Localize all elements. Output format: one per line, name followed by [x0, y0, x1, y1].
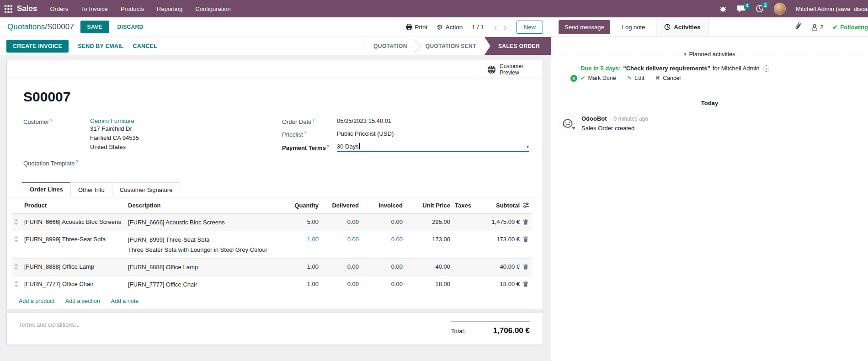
cell-quantity[interactable]: 1.00 [288, 276, 319, 292]
cell-product[interactable]: [FURN_7777] Office Chair [24, 276, 128, 292]
cell-product[interactable]: [FURN_8999] Three-Seat Sofa [24, 231, 128, 247]
cell-unit-price[interactable]: 295.00 [403, 214, 450, 230]
activity-clock-icon[interactable]: 2 [756, 5, 764, 13]
cell-taxes[interactable] [450, 231, 478, 240]
breadcrumb-parent[interactable]: Quotations [7, 22, 45, 32]
table-row[interactable]: [FURN_8888] Office Lamp[FURN_8888] Offic… [12, 259, 532, 276]
customer-preview-button[interactable]: Customer Preview [475, 60, 543, 79]
statusbar-step[interactable]: QUOTATION SENT [420, 43, 482, 49]
cell-delivered[interactable]: 0.00 [319, 276, 359, 292]
table-row[interactable]: [FURN_7777] Office Chair[FURN_7777] Offi… [12, 276, 532, 293]
apps-grid-icon[interactable] [5, 5, 12, 13]
cell-quantity[interactable]: 5.00 [288, 214, 319, 230]
column-header-product[interactable]: Product [24, 197, 128, 212]
column-header-delivered[interactable]: Delivered [319, 197, 359, 212]
mark-done-button[interactable]: ✔ Mark Done [580, 74, 616, 81]
pricelist-value[interactable]: Public Pricelist (USD) [337, 130, 394, 137]
navbar-menu-products[interactable]: Products [121, 5, 144, 12]
bug-icon[interactable] [719, 5, 727, 12]
send-by-email-button[interactable]: SEND BY EMAIL [78, 43, 123, 49]
delete-line-button[interactable] [520, 259, 532, 276]
create-invoice-button[interactable]: CREATE INVOICE [6, 40, 69, 53]
pager-next-icon[interactable]: › [502, 22, 507, 32]
tab-customer-signature[interactable]: Customer Signature [112, 182, 181, 197]
following-button[interactable]: ✔ Following [832, 24, 868, 31]
row-drag-handle[interactable] [12, 259, 24, 276]
discard-button[interactable]: DISCARD [117, 24, 144, 30]
cell-subtotal[interactable]: 1,475.00 € [478, 214, 520, 230]
cell-product[interactable]: [FURN_6666] Acoustic Bloc Screens [24, 214, 128, 230]
cell-description[interactable]: [FURN_6666] Acoustic Bloc Screens [128, 214, 288, 231]
statusbar-step-active[interactable]: SALES ORDER [485, 37, 551, 55]
cell-taxes[interactable] [450, 259, 478, 268]
attachment-icon[interactable] [795, 22, 802, 32]
customer-link[interactable]: Gemini Furniture [90, 117, 139, 124]
save-button[interactable]: SAVE [80, 21, 109, 33]
delete-line-button[interactable] [520, 231, 532, 248]
add-a-note-link[interactable]: Add a note [111, 298, 138, 304]
cell-quantity[interactable]: 1.00 [288, 231, 319, 247]
row-drag-handle[interactable] [12, 276, 24, 293]
add-a-section-link[interactable]: Add a section [65, 298, 100, 304]
cell-quantity[interactable]: 1.00 [288, 259, 319, 275]
column-header-subtotal[interactable]: Subtotal [478, 197, 520, 212]
cell-unit-price[interactable]: 40.00 [403, 259, 450, 275]
cell-delivered[interactable]: 0.00 [319, 214, 359, 230]
user-avatar[interactable] [774, 3, 786, 15]
edit-activity-button[interactable]: ✎ Edit [627, 74, 644, 81]
print-button[interactable]: Print [406, 24, 428, 31]
cell-subtotal[interactable]: 18.00 € [478, 276, 520, 292]
delete-line-button[interactable] [520, 214, 532, 231]
cell-product[interactable]: [FURN_8888] Office Lamp [24, 259, 128, 275]
column-header-invoiced[interactable]: Invoiced [359, 197, 403, 212]
cell-description[interactable]: [FURN_8888] Office Lamp [128, 259, 288, 276]
info-icon[interactable]: i [763, 65, 769, 72]
app-name[interactable]: Sales [17, 4, 37, 13]
cell-unit-price[interactable]: 173.00 [403, 231, 450, 247]
pager-previous-icon[interactable]: ‹ [493, 22, 498, 32]
optional-columns-button[interactable] [520, 197, 532, 213]
activities-tab[interactable]: Activities [656, 17, 708, 37]
column-header-taxes[interactable]: Taxes [450, 197, 478, 212]
dropdown-caret-icon[interactable]: ▾ [527, 144, 529, 149]
message-author[interactable]: OdooBot [581, 115, 607, 122]
cell-description[interactable]: [FURN_8999] Three-Seat SofaThree Seater … [128, 231, 288, 258]
tab-other-info[interactable]: Other Info [70, 182, 112, 197]
cell-subtotal[interactable]: 40.00 € [478, 259, 520, 275]
terms-placeholder[interactable]: Terms and conditions... [19, 321, 80, 335]
send-message-button[interactable]: Send message [559, 20, 610, 34]
user-name[interactable]: Mitchell Admin (save_discard [796, 5, 868, 12]
cell-invoiced[interactable]: 0.00 [359, 214, 403, 230]
column-header-quantity[interactable]: Quantity [288, 197, 319, 212]
cancel-activity-button[interactable]: ✖ Cancel [655, 74, 681, 81]
navbar-menu-configuration[interactable]: Configuration [195, 5, 230, 12]
navbar-menu-to-invoice[interactable]: To Invoice [81, 5, 108, 12]
cancel-button[interactable]: CANCEL [133, 43, 157, 49]
new-button[interactable]: New [517, 21, 543, 34]
cell-invoiced[interactable]: 0.00 [359, 231, 403, 247]
order-date-value[interactable]: 05/25/2023 15:40:01 [337, 117, 391, 124]
cell-unit-price[interactable]: 18.00 [403, 276, 450, 292]
statusbar-step[interactable]: QUOTATION [368, 43, 413, 49]
column-header-unit-price[interactable]: Unit Price [403, 197, 450, 212]
cell-description[interactable]: [FURN_7777] Office Chair [128, 276, 288, 293]
cell-invoiced[interactable]: 0.00 [359, 276, 403, 292]
followers-button[interactable]: 2 [811, 24, 823, 31]
row-drag-handle[interactable] [12, 214, 24, 231]
action-button[interactable]: ⚙ Action [437, 24, 463, 31]
cell-invoiced[interactable]: 0.00 [359, 259, 403, 275]
cell-subtotal[interactable]: 173.00 € [478, 231, 520, 247]
tab-order-lines[interactable]: Order Lines [22, 182, 71, 197]
add-a-product-link[interactable]: Add a product [19, 298, 54, 304]
cell-delivered[interactable]: 0.00 [319, 259, 359, 275]
log-note-button[interactable]: Log note [618, 20, 650, 34]
cell-delivered[interactable]: 0.00 [319, 231, 359, 247]
delete-line-button[interactable] [520, 276, 532, 293]
table-row[interactable]: [FURN_6666] Acoustic Bloc Screens[FURN_6… [12, 214, 532, 231]
table-row[interactable]: [FURN_8999] Three-Seat Sofa[FURN_8999] T… [12, 231, 532, 259]
cell-taxes[interactable] [450, 276, 478, 285]
row-drag-handle[interactable] [12, 231, 24, 248]
payment-terms-input[interactable]: 30 Days ▾ [337, 143, 529, 152]
cell-taxes[interactable] [450, 214, 478, 223]
column-header-description[interactable]: Description [128, 197, 288, 212]
